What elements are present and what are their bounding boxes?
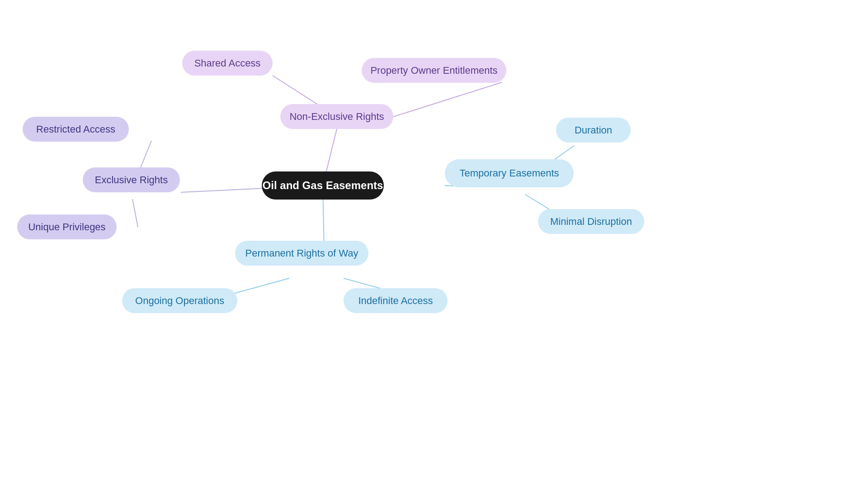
ongoing-operations-node: Ongoing Operations <box>122 288 237 313</box>
temporary-easements-node: Temporary Easements <box>445 159 574 187</box>
minimal-disruption-node: Minimal Disruption <box>538 209 644 234</box>
svg-line-7 <box>132 199 138 227</box>
exclusive-rights-node: Exclusive Rights <box>83 167 180 192</box>
non-exclusive-rights-node: Non-Exclusive Rights <box>280 104 393 129</box>
indefinite-access-node: Indefinite Access <box>344 288 448 313</box>
permanent-rights-of-way-node: Permanent Rights of Way <box>235 241 368 266</box>
svg-line-5 <box>393 82 502 117</box>
duration-node: Duration <box>556 118 631 143</box>
restricted-access-node: Restricted Access <box>23 117 129 142</box>
center-node: Oil and Gas Easements <box>262 171 384 200</box>
property-owner-entitlements-node: Property Owner Entitlements <box>362 58 506 83</box>
shared-access-node: Shared Access <box>182 51 273 76</box>
unique-privileges-node: Unique Privileges <box>17 214 117 239</box>
